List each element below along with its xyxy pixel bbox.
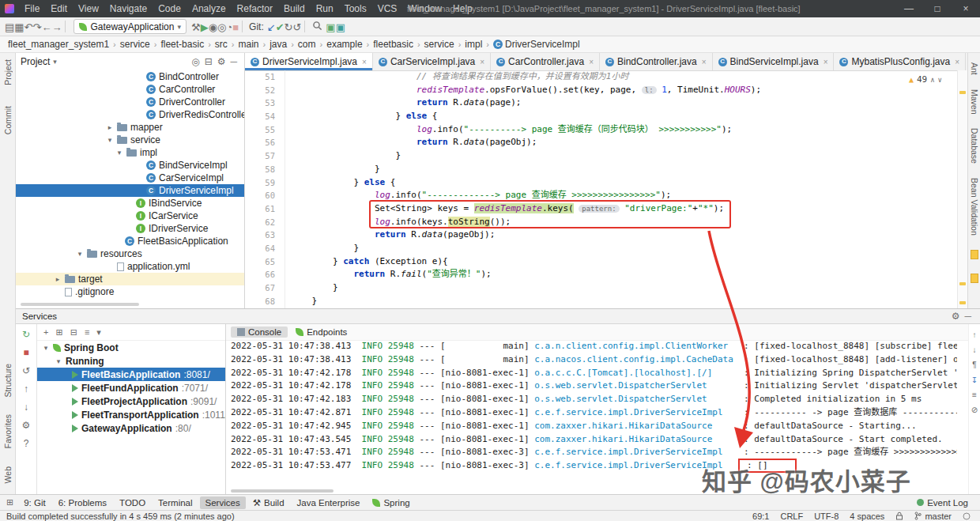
close-icon[interactable]: ×	[824, 58, 828, 66]
code-line[interactable]: return R.data(page);	[291, 96, 958, 110]
menu-item-build[interactable]: Build	[278, 3, 311, 14]
tree-collapsed-arrow-icon[interactable]: ▸	[106, 123, 114, 131]
commit-icon[interactable]: ✔	[276, 21, 285, 33]
tool-window-switcher-icon[interactable]: ⊞	[3, 497, 17, 508]
editor-tab[interactable]: CCarServiceImpl.java×	[373, 53, 491, 70]
code-line[interactable]: return R.data(pageObj);	[291, 136, 958, 149]
rollback-icon[interactable]: ↺	[292, 21, 301, 33]
breadcrumb-item[interactable]: fleet-basic	[159, 39, 205, 50]
console-output[interactable]: 2022-05-31 10:47:38.413 INFO 25948 --- […	[226, 340, 957, 488]
project-tree-item[interactable]: ▾resources	[16, 247, 244, 260]
tree-collapsed-arrow-icon[interactable]: ▸	[54, 275, 62, 283]
redo-icon[interactable]: ↷	[33, 21, 42, 33]
project-tree-item[interactable]: CDriverController	[16, 96, 244, 108]
build-hammer-icon[interactable]: ⚒	[191, 21, 201, 33]
breadcrumb-item[interactable]: CDriverServiceImpl	[492, 39, 582, 50]
background-tasks-icon[interactable]	[963, 512, 971, 520]
tree-expanded-arrow-icon[interactable]: ▾	[76, 250, 84, 258]
tree-expanded-arrow-icon[interactable]: ▾	[55, 357, 62, 365]
up-stack-trace-icon[interactable]: ↑	[973, 330, 977, 339]
help-icon[interactable]: ?	[24, 438, 29, 449]
open-project-icon[interactable]: ▤	[5, 21, 14, 33]
project-tree-item[interactable]: CCarServiceImpl	[16, 172, 244, 184]
service-item[interactable]: GatewayApplication :80/	[37, 421, 225, 435]
code-line[interactable]: } catch (Exception e){	[291, 255, 958, 269]
console-panel[interactable]: ConsoleEndpoints 2022-05-31 10:47:38.413…	[226, 324, 968, 494]
code-line[interactable]: }	[291, 281, 958, 295]
project-tree-item[interactable]: ▾impl	[16, 146, 244, 159]
service-item[interactable]: FleetBasicApplication :8081/	[37, 368, 225, 381]
close-icon[interactable]: ×	[480, 58, 484, 66]
expand-all-icon[interactable]: ⊞	[55, 327, 62, 338]
project-tree-item[interactable]: .gitignore	[16, 285, 244, 298]
project-tree-item[interactable]: ▾service	[16, 134, 244, 146]
tree-expanded-arrow-icon[interactable]: ▾	[42, 344, 50, 352]
restart-icon[interactable]: ↺	[22, 365, 30, 376]
menu-item-edit[interactable]: Edit	[45, 3, 73, 14]
tool-tab-6-problems[interactable]: 6: Problems	[53, 496, 112, 509]
code-line[interactable]: return R.data(pageObj);	[291, 228, 958, 242]
project-tree-item[interactable]: IIDriverService	[16, 222, 244, 235]
warning-mark[interactable]	[959, 91, 966, 94]
close-button[interactable]: ×	[952, 0, 980, 17]
tool-tab-terminal[interactable]: Terminal	[153, 496, 198, 509]
coverage-icon[interactable]: ◎	[217, 21, 226, 33]
minimize-icon[interactable]: ─	[962, 311, 974, 322]
tool-stripe-button-ant[interactable]: Ant	[970, 62, 979, 75]
menu-item-tools[interactable]: Tools	[339, 3, 372, 14]
tool-tab-build[interactable]: ⚒Build	[247, 496, 290, 509]
scroll-to-end-icon[interactable]: ↧	[971, 376, 978, 384]
project-tree-item[interactable]: application.yml	[16, 260, 244, 273]
project-tree-item[interactable]: ▸mapper	[16, 121, 244, 134]
tool-stripe-button-web[interactable]: Web	[3, 466, 13, 483]
console-tab-console[interactable]: Console	[231, 327, 288, 338]
hide-panel-icon[interactable]: ─	[228, 56, 239, 67]
more-icon[interactable]: ▾	[96, 327, 101, 338]
collapse-all-icon[interactable]: ⊟	[202, 56, 215, 67]
close-icon[interactable]: ×	[955, 58, 959, 66]
close-icon[interactable]: ×	[702, 58, 707, 66]
tree-expanded-arrow-icon[interactable]: ▾	[106, 136, 114, 144]
down-stack-trace-icon[interactable]: ↓	[973, 345, 977, 354]
breadcrumb-item[interactable]: java	[268, 39, 288, 50]
stop-icon[interactable]: ■	[232, 21, 239, 33]
line-ending-widget[interactable]: CRLF	[780, 512, 803, 521]
locate-file-icon[interactable]: ◎	[189, 56, 202, 67]
code-line[interactable]: } else {	[291, 110, 958, 123]
breadcrumb-item[interactable]: service	[119, 39, 152, 50]
breadcrumb-item[interactable]: main	[236, 39, 260, 50]
project-tree-item[interactable]: ▸target	[16, 273, 244, 285]
plugin-teal-icon[interactable]: ▣	[336, 21, 345, 33]
read-only-lock-icon[interactable]	[895, 512, 903, 520]
code-line[interactable]: }	[291, 295, 958, 308]
code-line[interactable]: return R.fail("查询异常！");	[291, 268, 958, 281]
menu-item-run[interactable]: Run	[311, 3, 339, 14]
menu-item-refactor[interactable]: Refactor	[232, 3, 278, 14]
tool-stripe-button-project[interactable]: Project	[3, 59, 13, 85]
tool-stripe-button-database[interactable]: Database	[970, 128, 979, 164]
code-line[interactable]: redisTemplate.opsForValue().set(key, pag…	[291, 84, 958, 97]
save-all-icon[interactable]: ▦	[14, 21, 24, 33]
editor-tab[interactable]: CBindController.java×	[600, 53, 713, 70]
menu-item-navigate[interactable]: Navigate	[104, 3, 153, 14]
project-tree-item[interactable]: CDriverRedisController	[16, 108, 244, 121]
settings-gear-icon[interactable]: ⚙	[22, 420, 31, 431]
horizontal-scrollbar[interactable]	[21, 303, 139, 306]
breadcrumb-item[interactable]: fleet_manager_system1	[6, 39, 111, 50]
breadcrumb-item[interactable]: src	[213, 39, 229, 50]
inspections-widget[interactable]: ▲ 49 ∧ ∨	[909, 74, 942, 87]
down-icon[interactable]: ↓	[24, 402, 28, 413]
service-item[interactable]: ▾Spring Boot	[37, 341, 225, 354]
services-title[interactable]: Services	[22, 311, 57, 321]
search-everywhere-icon[interactable]	[308, 21, 326, 33]
minimize-button[interactable]: —	[895, 0, 923, 17]
git-branch-widget[interactable]: master	[914, 512, 952, 521]
breadcrumb-item[interactable]: impl	[463, 39, 484, 50]
plugin-green-icon[interactable]: ▣	[326, 21, 335, 33]
tool-tab-9-git[interactable]: 9: Git	[18, 496, 51, 509]
horizontal-scrollbar[interactable]	[231, 489, 334, 493]
run-icon[interactable]: ▶	[201, 21, 209, 33]
tool-stripe-button-favorites[interactable]: Favorites	[3, 414, 13, 448]
print-icon[interactable]: ≡	[972, 391, 977, 399]
service-item[interactable]: FleetProjectApplication :9091/	[37, 395, 225, 408]
